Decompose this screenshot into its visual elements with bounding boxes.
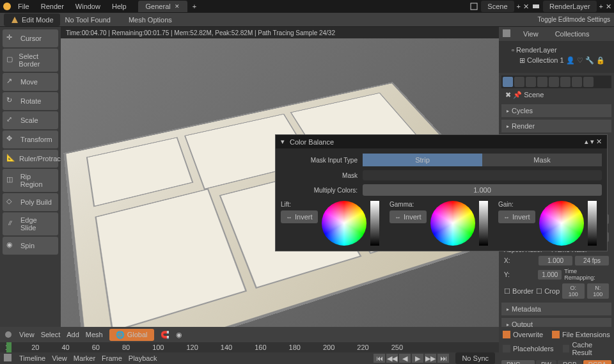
aspect-x-input[interactable]: 1.000 [539, 256, 572, 265]
tl-playback[interactable]: Playback [129, 354, 157, 362]
outliner-item[interactable]: ▫ RenderLayer [503, 45, 610, 55]
scene-selector[interactable]: Scene [481, 1, 514, 12]
snap-icon[interactable]: 🧲 [161, 331, 169, 339]
close-icon[interactable]: ✕ [175, 3, 180, 10]
aspect-y-input[interactable]: 1.000 [538, 270, 562, 280]
mesh-options[interactable]: Mesh Options [129, 16, 172, 24]
add-scene-icon[interactable]: + [517, 3, 521, 10]
orientation-selector[interactable]: 🌐 Global [109, 329, 154, 341]
gain-invert-button[interactable]: ↔ Invert [498, 210, 535, 223]
tool-transform[interactable]: ✥Transform [3, 131, 58, 148]
tl-marker[interactable]: Marker [74, 354, 95, 362]
prop-tab-object[interactable] [549, 77, 559, 87]
vp-menu-add[interactable]: Add [67, 331, 79, 338]
lift-value-slider[interactable] [370, 201, 379, 246]
play-reverse-button[interactable]: ◀ [399, 354, 411, 363]
proportional-icon[interactable]: ◉ [176, 331, 182, 339]
next-key-button[interactable]: ▶▶ [425, 354, 436, 363]
prop-tab-render[interactable] [503, 77, 513, 87]
gamma-color-wheel[interactable] [430, 201, 475, 246]
outliner-tab-collections[interactable]: Collections [550, 29, 595, 39]
prop-tab-modifier[interactable] [560, 77, 571, 87]
tool-poly-build[interactable]: ◇Poly Build [3, 193, 58, 211]
tool-move[interactable]: ↗Move [3, 73, 58, 91]
lift-color-wheel[interactable] [322, 201, 366, 246]
gamma-invert-button[interactable]: ↔ Invert [390, 210, 427, 223]
outliner-item[interactable]: ⊞ Collection 1 👤 ♡ 🔧 🔒 [503, 55, 610, 66]
prop-tab-particle[interactable] [572, 77, 582, 87]
remap-new[interactable]: N: 100 [587, 283, 610, 299]
tool-rotate[interactable]: ↻Rotate [3, 92, 58, 110]
tool-edge-slide[interactable]: ⫽Edge Slide [3, 212, 58, 235]
tool-rip-region[interactable]: ◫Rip Region [3, 169, 58, 192]
cache-checkbox[interactable]: Cache Result [562, 340, 611, 358]
tool-cursor[interactable]: ✛Cursor [3, 29, 58, 47]
remap-old[interactable]: O: 100 [562, 283, 585, 299]
edge-icon: ⫽ [6, 219, 17, 229]
tool-select-border[interactable]: ▢Select Border [3, 49, 58, 72]
svg-point-0 [3, 3, 11, 10]
prop-tab-world[interactable] [537, 77, 547, 87]
play-button[interactable]: ▶ [412, 354, 423, 363]
overwrite-checkbox[interactable]: Overwrite [501, 329, 544, 340]
mask-type-mask[interactable]: Mask [482, 154, 602, 166]
remove-scene-icon[interactable]: ✕ [523, 3, 529, 11]
renderlayer-selector[interactable]: RenderLayer [543, 1, 597, 12]
format-selector[interactable]: PNG [501, 360, 535, 364]
timeline-ruler[interactable]: 120406080100120140160180200220250 [0, 342, 499, 352]
scale-icon: ⤢ [6, 115, 17, 125]
section-cycles[interactable]: Cycles [501, 104, 611, 117]
tool-ruler[interactable]: 📐Ruler/Protrac... [3, 150, 58, 168]
fps-value[interactable]: 24 fps [575, 256, 609, 265]
vp-menu-mesh[interactable]: Mesh [86, 331, 103, 338]
jump-start-button[interactable]: ⏮ [374, 354, 385, 363]
color-rgb[interactable]: RGB [558, 360, 582, 364]
mode-selector[interactable]: Edit Mode [4, 13, 60, 26]
tl-view[interactable]: View [52, 354, 67, 362]
toggle-editmode-link[interactable]: Toggle Editmode Settings [538, 16, 610, 23]
prop-tab-output[interactable] [514, 77, 524, 87]
prop-tab-physics[interactable] [583, 77, 594, 87]
jump-end-button[interactable]: ⏭ [437, 354, 449, 363]
vp-menu-select[interactable]: Select [41, 331, 61, 338]
outliner[interactable]: ▫ RenderLayer ⊞ Collection 1 👤 ♡ 🔧 🔒 [499, 41, 614, 73]
timeline-editor-icon[interactable] [4, 354, 13, 363]
placeholders-checkbox[interactable]: Placeholders [501, 340, 555, 358]
gain-color-wheel[interactable] [539, 201, 584, 246]
panel-collapse-icon[interactable]: ▾ [281, 138, 285, 146]
prev-key-button[interactable]: ◀◀ [386, 354, 398, 363]
lift-invert-button[interactable]: ↔ Invert [281, 210, 318, 223]
section-render[interactable]: Render [501, 120, 611, 132]
vp-menu-view[interactable]: View [19, 331, 35, 338]
sync-mode[interactable]: No Sync [455, 352, 495, 364]
prop-tab-scene[interactable] [526, 77, 536, 87]
workspace-tab-general[interactable]: General✕ [138, 1, 187, 12]
remove-layer-icon[interactable]: ✕ [606, 3, 611, 11]
gamma-value-slider[interactable] [479, 201, 488, 246]
add-workspace-icon[interactable]: + [193, 3, 196, 10]
fileext-checkbox[interactable]: File Extensions [551, 329, 611, 340]
tl-frame[interactable]: Frame [102, 354, 122, 362]
editor-type-icon[interactable] [503, 29, 512, 38]
edit-mode-icon [10, 15, 19, 24]
menu-render[interactable]: Render [36, 1, 69, 12]
multiply-colors-slider[interactable]: 1.000 [363, 184, 602, 196]
gain-value-slider[interactable] [588, 201, 597, 246]
menu-file[interactable]: File [13, 1, 35, 12]
mask-input[interactable] [363, 170, 602, 180]
mask-type-strip[interactable]: Strip [363, 154, 482, 166]
playhead[interactable] [6, 342, 12, 352]
menu-window[interactable]: Window [70, 1, 106, 12]
tool-scale[interactable]: ⤢Scale [3, 111, 58, 129]
editor-icon[interactable] [4, 330, 13, 339]
color-bw[interactable]: BW [536, 360, 556, 364]
ruler-icon: 📐 [6, 154, 15, 164]
add-layer-icon[interactable]: + [599, 3, 603, 10]
tool-spin[interactable]: ◉Spin [3, 237, 58, 255]
menu-help[interactable]: Help [107, 1, 132, 12]
outliner-tab-view[interactable]: View [518, 29, 544, 39]
section-metadata[interactable]: Metadata [501, 303, 611, 315]
color-rgba[interactable]: RGBA [583, 360, 611, 364]
panel-collapse-arrow[interactable]: ▴ ▾ ✕ [585, 138, 602, 146]
svg-rect-2 [533, 4, 539, 8]
